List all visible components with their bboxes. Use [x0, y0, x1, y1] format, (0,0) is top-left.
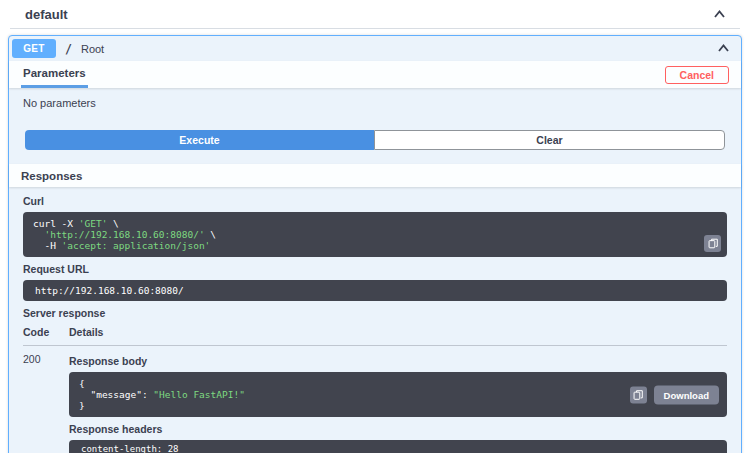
method-badge[interactable]: GET [12, 39, 56, 58]
body-string: "Hello FastAPI!" [153, 389, 245, 400]
curl-string: 'GET' [79, 218, 108, 229]
response-body-label: Response body [69, 355, 727, 367]
responses-section-header: Responses [9, 164, 741, 187]
download-button[interactable]: Download [654, 385, 719, 404]
operation-path: / [65, 42, 72, 56]
server-response-row: 200 Response body { "message": "Hello Fa… [23, 346, 727, 453]
chevron-up-icon[interactable] [711, 6, 727, 22]
column-code: Code [23, 326, 69, 338]
request-url-label: Request URL [23, 263, 727, 275]
cancel-button[interactable]: Cancel [665, 66, 729, 84]
parameters-tab-label: Parameters [23, 67, 86, 79]
curl-text: curl -X [33, 218, 79, 229]
body-text: } [79, 400, 85, 411]
curl-string: 'accept: application/json' [62, 240, 211, 251]
tab-parameters[interactable]: Parameters [21, 61, 88, 88]
curl-command-block: curl -X 'GET' \ 'http://192.168.10.60:80… [23, 212, 727, 257]
column-details: Details [69, 326, 727, 338]
tag-section-header[interactable]: default [10, 0, 740, 29]
copy-to-clipboard-icon[interactable] [630, 386, 647, 403]
execute-button[interactable]: Execute [25, 130, 374, 150]
response-headers-label: Response headers [69, 423, 727, 435]
response-headers-block: content-length: 28 content-type: applica… [69, 440, 727, 453]
operation-summary: Root [81, 43, 104, 55]
status-code: 200 [23, 353, 69, 453]
server-response-label: Server response [23, 307, 727, 319]
curl-string: 'http://192.168.10.60:8080/' [44, 229, 204, 240]
copy-to-clipboard-icon[interactable] [704, 235, 721, 252]
clear-button[interactable]: Clear [374, 130, 725, 150]
request-url-value: http://192.168.10.60:8080/ [35, 285, 184, 296]
chevron-up-icon[interactable] [715, 41, 731, 57]
responses-header-label: Responses [21, 170, 82, 182]
parameters-body: No parameters [9, 88, 741, 129]
response-details-cell: Response body { "message": "Hello FastAP… [69, 353, 727, 453]
response-body-controls: Download [630, 385, 719, 404]
server-response-table-head: Code Details [23, 324, 727, 346]
parameters-header: Parameters Cancel [9, 61, 741, 88]
body-text: { "message": [79, 378, 153, 400]
curl-label: Curl [23, 195, 727, 207]
execute-wrapper: Execute Clear [9, 129, 741, 164]
response-headers-text: content-length: 28 content-type: applica… [81, 444, 265, 453]
responses-inner: Curl curl -X 'GET' \ 'http://192.168.10.… [9, 187, 741, 453]
swagger-ui-page: default GET / Root Parameters Cancel No … [0, 0, 750, 453]
tag-title: default [25, 7, 68, 22]
server-response-table: Code Details 200 Response body { "messag… [23, 324, 727, 453]
response-body-block: { "message": "Hello FastAPI!" }Download [69, 372, 727, 417]
opblock-summary[interactable]: GET / Root [9, 36, 741, 61]
no-parameters-text: No parameters [23, 97, 96, 109]
request-url-block: http://192.168.10.60:8080/ [23, 280, 727, 301]
opblock-get: GET / Root Parameters Cancel No paramete… [8, 35, 742, 453]
